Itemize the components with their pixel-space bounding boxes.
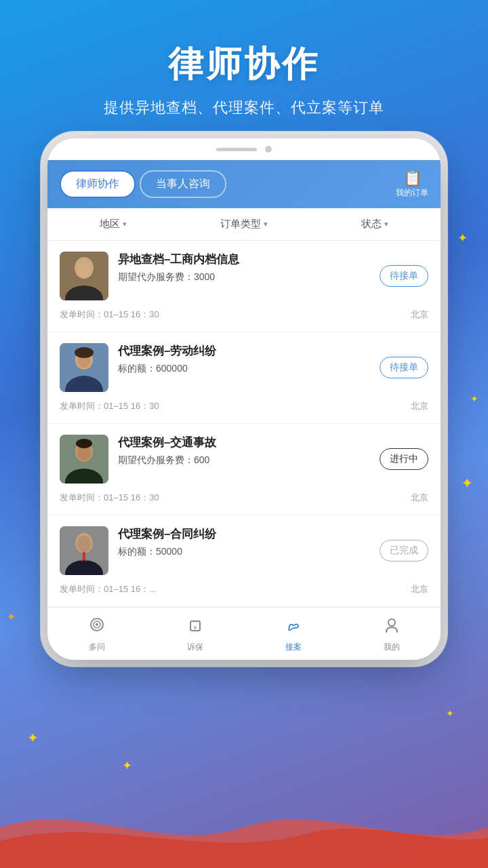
nav-mine-label: 我的 bbox=[342, 642, 441, 653]
nav-ask-label: 多问 bbox=[47, 642, 146, 653]
svg-point-8 bbox=[75, 347, 94, 358]
nav-accept-label: 接案 bbox=[244, 642, 342, 653]
svg-point-17 bbox=[77, 536, 91, 552]
case-status-1: 待接单 bbox=[380, 357, 428, 378]
case-meta-1: 发单时间：01–15 16：30 北京 bbox=[60, 400, 428, 412]
bottom-nav: 多问 ¥ 诉保 接案 bbox=[47, 607, 441, 660]
page-title: 律师协作 bbox=[27, 41, 461, 88]
order-type-chevron-icon: ▾ bbox=[264, 220, 268, 229]
case-card-0[interactable]: 异地查档–工商内档信息 期望代办服务费：3000 待接单 发单时间：01–15 … bbox=[47, 241, 441, 332]
status-btn-3[interactable]: 已完成 bbox=[380, 540, 428, 561]
avatar-0 bbox=[60, 252, 108, 300]
svg-point-25 bbox=[388, 619, 395, 626]
status-btn-1[interactable]: 待接单 bbox=[380, 357, 428, 378]
case-title-2: 代理案例–交通事故 bbox=[118, 435, 370, 450]
nav-ask[interactable]: 多问 bbox=[47, 608, 146, 660]
case-time-2: 发单时间：01–15 16：30 bbox=[60, 492, 159, 504]
mine-icon bbox=[342, 616, 441, 639]
page-subtitle: 提供异地查档、代理案件、代立案等订单 bbox=[27, 98, 461, 118]
ask-icon bbox=[47, 616, 146, 639]
case-title-1: 代理案例–劳动纠纷 bbox=[118, 343, 370, 359]
status-btn-0[interactable]: 待接单 bbox=[380, 265, 428, 287]
case-card-2[interactable]: 代理案例–交通事故 期望代办服务费：600 进行中 发单时间：01–15 16：… bbox=[47, 424, 441, 515]
my-orders-label: 我的订单 bbox=[396, 188, 428, 197]
case-time-1: 发单时间：01–15 16：30 bbox=[60, 400, 159, 412]
case-card-3[interactable]: 代理案例–合同纠纷 标的额：50000 已完成 发单时间：01–15 16：..… bbox=[47, 515, 441, 607]
case-location-1: 北京 bbox=[411, 400, 428, 412]
status-btn-2[interactable]: 进行中 bbox=[380, 448, 428, 470]
nav-sue-label: 诉保 bbox=[146, 642, 244, 653]
notch-dot bbox=[265, 146, 272, 153]
sue-icon: ¥ bbox=[146, 616, 244, 639]
case-meta-0: 发单时间：01–15 16：30 北京 bbox=[60, 309, 428, 321]
svg-rect-19 bbox=[83, 552, 85, 559]
order-type-label: 订单类型 bbox=[220, 218, 261, 231]
case-info-2: 代理案例–交通事故 期望代办服务费：600 bbox=[118, 435, 370, 467]
case-status-3: 已完成 bbox=[380, 540, 428, 561]
svg-point-13 bbox=[76, 439, 92, 448]
case-detail-2: 期望代办服务费：600 bbox=[118, 454, 370, 467]
case-title-0: 异地查档–工商内档信息 bbox=[118, 252, 370, 267]
case-info-3: 代理案例–合同纠纷 标的额：50000 bbox=[118, 526, 370, 558]
case-location-0: 北京 bbox=[411, 309, 428, 321]
notch-line bbox=[216, 148, 257, 151]
tab-client-consult[interactable]: 当事人咨询 bbox=[140, 170, 226, 198]
phone-frame: 律师协作 当事人咨询 📋 我的订单 地区 ▾ 订单类型 ▾ 状态 ▾ bbox=[47, 138, 441, 660]
case-status-0: 待接单 bbox=[380, 265, 428, 287]
accept-icon bbox=[244, 616, 342, 639]
case-detail-0: 期望代办服务费：3000 bbox=[118, 271, 370, 283]
tab-group: 律师协作 当事人咨询 bbox=[60, 170, 226, 198]
region-chevron-icon: ▾ bbox=[123, 220, 127, 229]
case-time-3: 发单时间：01–15 16：... bbox=[60, 583, 157, 595]
nav-mine[interactable]: 我的 bbox=[342, 608, 441, 660]
case-time-0: 发单时间：01–15 16：30 bbox=[60, 309, 159, 321]
case-list: 异地查档–工商内档信息 期望代办服务费：3000 待接单 发单时间：01–15 … bbox=[47, 241, 441, 607]
case-meta-3: 发单时间：01–15 16：... 北京 bbox=[60, 583, 428, 595]
order-icon: 📋 bbox=[396, 170, 428, 187]
case-title-3: 代理案例–合同纠纷 bbox=[118, 526, 370, 542]
case-meta-2: 发单时间：01–15 16：30 北京 bbox=[60, 492, 428, 504]
case-detail-3: 标的额：50000 bbox=[118, 546, 370, 558]
header-section: 律师协作 提供异地查档、代理案件、代立案等订单 bbox=[0, 0, 488, 138]
case-status-2: 进行中 bbox=[380, 448, 428, 470]
status-label: 状态 bbox=[361, 218, 382, 231]
filter-bar: 地区 ▾ 订单类型 ▾ 状态 ▾ bbox=[47, 208, 441, 241]
case-info-1: 代理案例–劳动纠纷 标的额：600000 bbox=[118, 343, 370, 375]
app-header: 律师协作 当事人咨询 📋 我的订单 bbox=[47, 160, 441, 208]
phone-notch bbox=[47, 138, 441, 160]
status-chevron-icon: ▾ bbox=[384, 220, 388, 229]
case-detail-1: 标的额：600000 bbox=[118, 363, 370, 375]
svg-text:¥: ¥ bbox=[192, 625, 197, 631]
phone-mockup: 律师协作 当事人咨询 📋 我的订单 地区 ▾ 订单类型 ▾ 状态 ▾ bbox=[0, 138, 488, 660]
my-orders-btn[interactable]: 📋 我的订单 bbox=[396, 170, 428, 199]
case-location-2: 北京 bbox=[411, 492, 428, 504]
region-filter[interactable]: 地区 ▾ bbox=[47, 208, 178, 240]
case-card-1[interactable]: 代理案例–劳动纠纷 标的额：600000 待接单 发单时间：01–15 16：3… bbox=[47, 332, 441, 424]
order-type-filter[interactable]: 订单类型 ▾ bbox=[178, 208, 309, 240]
tab-lawyer-collab[interactable]: 律师协作 bbox=[60, 170, 136, 198]
region-label: 地区 bbox=[100, 218, 120, 231]
case-location-3: 北京 bbox=[411, 583, 428, 595]
svg-point-3 bbox=[77, 260, 92, 278]
avatar-2 bbox=[60, 435, 108, 484]
status-filter[interactable]: 状态 ▾ bbox=[310, 208, 441, 240]
svg-point-22 bbox=[96, 623, 98, 626]
nav-accept[interactable]: 接案 bbox=[244, 608, 342, 660]
avatar-1 bbox=[60, 343, 108, 392]
case-info-0: 异地查档–工商内档信息 期望代办服务费：3000 bbox=[118, 252, 370, 283]
nav-sue[interactable]: ¥ 诉保 bbox=[146, 608, 244, 660]
avatar-3 bbox=[60, 526, 108, 575]
